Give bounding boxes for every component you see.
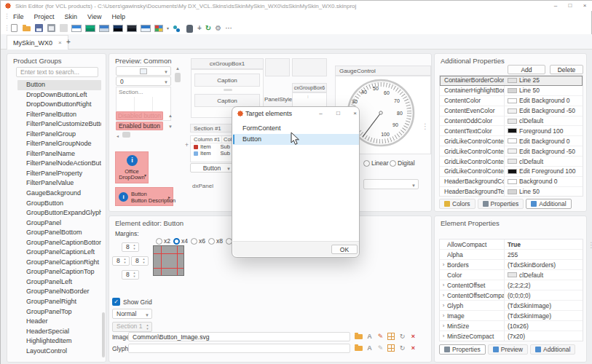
product-group-item[interactable]: GroupPanelCaptionBottom [17, 238, 101, 248]
property-value-cell[interactable]: (10x26) [504, 321, 583, 331]
property-value-cell[interactable]: Edit Background 0 [504, 136, 583, 146]
export-button[interactable] [47, 24, 55, 33]
minimize-icon[interactable]: – [549, 1, 562, 10]
plus-icon[interactable]: + [185, 141, 189, 149]
product-group-item[interactable]: FilterPanelCustomizeButton [17, 119, 101, 130]
ok-button[interactable]: OK [331, 245, 358, 254]
menu-item[interactable]: File [8, 12, 29, 23]
property-value-cell[interactable]: clDefault [504, 157, 583, 166]
expander-icon[interactable]: › [440, 292, 447, 298]
hand-tool-icon[interactable] [185, 24, 194, 33]
scroll-left-icon[interactable]: ◂ [117, 133, 119, 138]
element-property-row[interactable]: › Image (TdxSkinImage) [440, 311, 583, 321]
product-group-item[interactable]: GroupPanelBottom [17, 228, 101, 238]
add-button[interactable]: Add [508, 65, 545, 74]
linear-radio[interactable]: Linear [363, 159, 389, 167]
zoom-radio[interactable]: x2 [156, 237, 170, 245]
refresh-icon[interactable]: ↻ [398, 332, 407, 341]
refresh-icon[interactable]: ↻ [205, 24, 211, 33]
splitter-grip-icon[interactable]: ⋮ [422, 122, 429, 130]
glyph-path-field[interactable] [128, 344, 350, 353]
stepper-arrows-icon[interactable]: ▲▼ [141, 257, 147, 265]
add-element-icon[interactable]: + [197, 24, 202, 33]
property-value-cell[interactable]: (7x20) [504, 331, 583, 341]
additional-property-row[interactable]: GridLikeControlContentColor Edit Backgro… [440, 136, 583, 146]
edit-pencil-icon[interactable]: ✎ [376, 332, 385, 341]
preview-grid-row[interactable]: Item Sub [191, 143, 237, 150]
product-group-item[interactable]: GroupPanelTop [17, 307, 101, 317]
image-path-field[interactable]: Common\Button_Image.svg [128, 332, 350, 341]
zoom-radio[interactable]: x6 [191, 237, 205, 245]
skin-preset-dark[interactable] [127, 25, 137, 32]
menu-item[interactable]: Project [29, 12, 60, 23]
dialog-maximize-icon[interactable]: □ [332, 108, 344, 119]
panel-tab[interactable]: Properties [439, 344, 486, 355]
open-folder-button[interactable] [22, 24, 31, 33]
preview-grid-row[interactable]: Item Sub [191, 150, 237, 157]
office-dropdown-tile[interactable]: i Office DropDown ▾ [115, 151, 149, 183]
button-description-tile[interactable]: i Button Button Description ▸ [115, 187, 173, 206]
overflow-menu-icon[interactable]: ⋯ [225, 24, 232, 33]
zero-combo[interactable]: 0 ▼ [116, 76, 171, 86]
element-property-row[interactable]: › Glyph (TdxSkinImage) [440, 301, 583, 311]
element-property-row[interactable]: › ContentOffset (2;2;2;2) [440, 280, 583, 290]
new-tab-button[interactable]: + [63, 37, 74, 47]
product-group-item[interactable]: DropDownButtonLeft [17, 90, 101, 100]
stepper-arrows-icon[interactable]: ▲▼ [131, 271, 138, 279]
property-value-cell[interactable]: Line 50 [504, 187, 583, 197]
expander-icon[interactable]: › [440, 323, 447, 329]
delete-button[interactable]: Delete [550, 65, 583, 74]
additional-property-row[interactable]: GridLikeControlContentTextColor Edit For… [440, 167, 583, 177]
expander-icon[interactable]: › [440, 312, 447, 319]
stepper-arrows-icon[interactable]: ▲▼ [122, 257, 128, 265]
product-group-item[interactable]: FilterPanelGroup [17, 130, 101, 140]
spin-down-icon[interactable]: ▼ [168, 124, 173, 129]
additional-property-row[interactable]: ContainerHighlightBorderColor Line 50 [440, 86, 583, 96]
spin-up-icon[interactable]: ▲ [168, 114, 173, 118]
margin-right-stepper[interactable]: 8 ▲▼ [131, 256, 149, 266]
additional-property-row[interactable]: GridLikeControlContentEvenColor Edit Bac… [440, 146, 583, 157]
menu-item[interactable]: View [82, 12, 106, 23]
panel-tab[interactable]: Properties [478, 199, 524, 209]
product-group-item[interactable]: GroupPanelCaptionRight [17, 258, 101, 268]
property-value-cell[interactable]: (TdxSkinImage) [504, 301, 583, 310]
grid-edit-icon[interactable] [387, 333, 395, 340]
skin-preset-navy[interactable] [113, 25, 123, 32]
dialog-close-icon[interactable]: × [349, 108, 361, 119]
additional-property-row[interactable]: ContentOddColor clDefault [440, 116, 583, 127]
product-group-item[interactable]: GroupButtonExpandGlyph [17, 208, 101, 218]
settings-gear-icon[interactable]: ⚙ [215, 24, 221, 33]
search-input[interactable] [16, 67, 98, 77]
product-group-item[interactable]: GroupButton [17, 199, 101, 209]
caption-bar-1[interactable]: Caption [194, 74, 260, 87]
element-property-row[interactable]: › MinSize (10x26) [440, 321, 583, 331]
state-combo[interactable]: Normal ▼ [112, 309, 152, 319]
additional-property-row[interactable]: GridLikeControlContentOddColor clDefault [440, 157, 583, 167]
property-value-cell[interactable]: Edit Foreground 100 [504, 167, 583, 176]
product-group-item[interactable]: GroupPanelCaptionLeft [17, 248, 101, 258]
product-group-item[interactable]: FilterPanelGroupNode [17, 139, 101, 149]
property-value-cell[interactable]: Edit Background 0 [504, 96, 583, 106]
image-combo[interactable]: ▼ [116, 66, 171, 76]
palette-icon[interactable] [154, 25, 163, 32]
preview-scroll-thumb[interactable] [175, 73, 181, 82]
margin-bottom-stepper[interactable]: 8 ▲▼ [122, 270, 139, 280]
zoom-radio[interactable]: x4 [173, 237, 188, 245]
additional-property-row[interactable]: HeaderBackgroundColor Background 0 [440, 177, 583, 187]
property-value-cell[interactable]: (0;0;0;0) [504, 290, 583, 300]
product-group-item[interactable]: FilterPanelButton [17, 110, 101, 120]
skin-preset-blue[interactable] [141, 25, 151, 32]
new-skin-button[interactable] [9, 24, 18, 33]
property-value-cell[interactable]: clDefault [504, 116, 583, 126]
panel-tab[interactable]: Preview [488, 344, 528, 355]
save-button[interactable] [34, 24, 43, 33]
element-property-row[interactable]: › ContentOffsetCompact (0;0;0;0) [440, 290, 583, 301]
refresh-icon[interactable]: ↻ [398, 344, 407, 352]
additional-property-row[interactable]: HeaderBackgroundTextColor Line 50 [440, 187, 583, 197]
grid-edit-icon[interactable] [387, 344, 395, 352]
tab-close-icon[interactable]: × [58, 39, 62, 46]
caption-bar-2[interactable]: Caption [194, 94, 260, 107]
product-group-item[interactable]: GroupPanelLeft [17, 277, 101, 288]
product-group-item[interactable]: FilterPanelValue [17, 178, 101, 189]
property-value-cell[interactable]: 255 [504, 250, 583, 259]
